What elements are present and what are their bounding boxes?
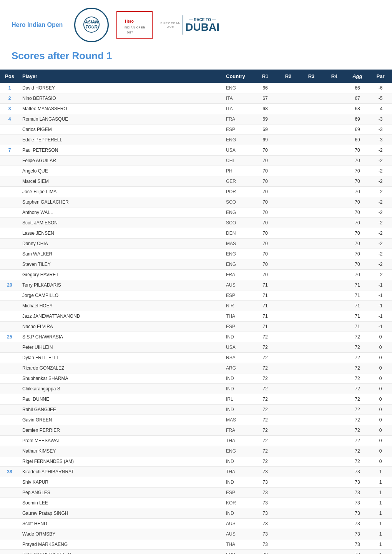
cell-player: Paul PETERSON xyxy=(19,145,223,156)
cell-par: 1 xyxy=(369,488,392,498)
cell-par: -2 xyxy=(369,207,392,218)
cell-country: ARG xyxy=(223,363,254,373)
svg-text:ASIAN: ASIAN xyxy=(85,20,98,24)
cell-r3 xyxy=(300,228,323,239)
cell-r3 xyxy=(300,488,323,498)
cell-country: CHI xyxy=(223,156,254,166)
cell-player: Nacho ELVIRA xyxy=(19,322,223,332)
cell-par: 0 xyxy=(369,373,392,384)
cell-r2 xyxy=(277,259,300,270)
cell-country: SCO xyxy=(223,197,254,207)
cell-r4 xyxy=(323,207,346,218)
cell-player: S.S.P CHAWRASIA xyxy=(19,332,223,342)
cell-agg: 72 xyxy=(346,342,369,353)
table-row: Gavin GREEN MAS 72 72 0 xyxy=(0,415,392,425)
cell-pos xyxy=(0,135,19,145)
cell-country: FRA xyxy=(223,270,254,280)
table-row: Felipe AGUILAR CHI 70 70 -2 xyxy=(0,156,392,166)
cell-r2 xyxy=(277,353,300,363)
cell-r2 xyxy=(277,529,300,539)
table-row: Carlos PIGEM ESP 69 69 -3 xyxy=(0,124,392,135)
cell-player: Rigel FERNANDES (AM) xyxy=(19,456,223,467)
cell-r3 xyxy=(300,259,323,270)
cell-pos xyxy=(0,405,19,415)
cell-r1: 70 xyxy=(254,228,277,239)
hero-icon: Hero INDIAN OPEN 2017 xyxy=(123,15,146,35)
cell-r1: 72 xyxy=(254,332,277,342)
cell-r4 xyxy=(323,322,346,332)
table-row: 2 Nino BERTASIO ITA 67 67 -5 xyxy=(0,93,392,104)
cell-par: -2 xyxy=(369,249,392,259)
cell-par: 1 xyxy=(369,519,392,529)
cell-r4 xyxy=(323,135,346,145)
cell-player: Danny CHIA xyxy=(19,239,223,249)
cell-country: THA xyxy=(223,467,254,477)
cell-r1: 69 xyxy=(254,114,277,124)
cell-player: Carlos PIGEM xyxy=(19,124,223,135)
cell-agg: 70 xyxy=(346,228,369,239)
cell-player: Marcel SIEM xyxy=(19,176,223,187)
cell-country: AUS xyxy=(223,529,254,539)
cell-r3 xyxy=(300,508,323,519)
cell-r3 xyxy=(300,270,323,280)
cell-player: Jorge CAMPILLO xyxy=(19,290,223,301)
cell-par: -2 xyxy=(369,156,392,166)
cell-country: POR xyxy=(223,187,254,197)
cell-agg: 70 xyxy=(346,270,369,280)
cell-r1: 70 xyxy=(254,270,277,280)
cell-player: Peter UIHLEIN xyxy=(19,342,223,353)
cell-r2 xyxy=(277,373,300,384)
cell-country: ESP xyxy=(223,550,254,554)
cell-r4 xyxy=(323,405,346,415)
cell-pos xyxy=(0,342,19,353)
cell-par: 1 xyxy=(369,508,392,519)
cell-player: Pep ANGLES xyxy=(19,488,223,498)
table-row: Ricardo GONZALEZ ARG 72 72 0 xyxy=(0,363,392,373)
cell-r3 xyxy=(300,425,323,436)
cell-r4 xyxy=(323,270,346,280)
cell-player: Rafa CABRERA BELLO xyxy=(19,550,223,554)
cell-r1: 72 xyxy=(254,436,277,446)
title-link[interactable]: Hero Indian Open xyxy=(12,22,63,28)
cell-agg: 70 xyxy=(346,197,369,207)
cell-r3 xyxy=(300,83,323,93)
cell-par: -2 xyxy=(369,176,392,187)
cell-par: 0 xyxy=(369,363,392,373)
table-row: Paul DUNNE IRL 72 72 0 xyxy=(0,394,392,405)
cell-agg: 72 xyxy=(346,405,369,415)
cell-agg: 72 xyxy=(346,332,369,342)
page-container: Hero Indian Open ASIAN TOUR Hero xyxy=(0,0,392,554)
cell-r3 xyxy=(300,93,323,104)
cell-r1: 69 xyxy=(254,124,277,135)
cell-pos: 7 xyxy=(0,145,19,156)
cell-pos xyxy=(0,176,19,187)
cell-player: Prom MEESAWAT xyxy=(19,436,223,446)
cell-r3 xyxy=(300,363,323,373)
cell-r2 xyxy=(277,342,300,353)
cell-r1: 70 xyxy=(254,176,277,187)
cell-r4 xyxy=(323,415,346,425)
cell-r1: 72 xyxy=(254,373,277,384)
cell-par: -3 xyxy=(369,124,392,135)
cell-r1: 72 xyxy=(254,405,277,415)
cell-player: Terry PILKADARIS xyxy=(19,280,223,290)
cell-agg: 71 xyxy=(346,322,369,332)
cell-r4 xyxy=(323,332,346,342)
cell-pos xyxy=(0,446,19,456)
cell-player: Matteo MANASSERO xyxy=(19,104,223,114)
cell-pos xyxy=(0,259,19,270)
cell-pos xyxy=(0,498,19,508)
table-row: Danny CHIA MAS 70 70 -2 xyxy=(0,239,392,249)
cell-country: IRL xyxy=(223,394,254,405)
table-row: Rigel FERNANDES (AM) IND 72 72 0 xyxy=(0,456,392,467)
cell-par: 1 xyxy=(369,467,392,477)
cell-r3 xyxy=(300,249,323,259)
cell-r3 xyxy=(300,394,323,405)
table-row: Shiv KAPUR IND 73 73 1 xyxy=(0,477,392,488)
table-row: Steven TILEY ENG 70 70 -2 xyxy=(0,259,392,270)
cell-r4 xyxy=(323,425,346,436)
cell-r3 xyxy=(300,166,323,176)
header-title: Hero Indian Open xyxy=(12,22,63,28)
hero-logo: Hero INDIAN OPEN 2017 xyxy=(116,11,153,39)
svg-text:2017: 2017 xyxy=(127,31,133,34)
